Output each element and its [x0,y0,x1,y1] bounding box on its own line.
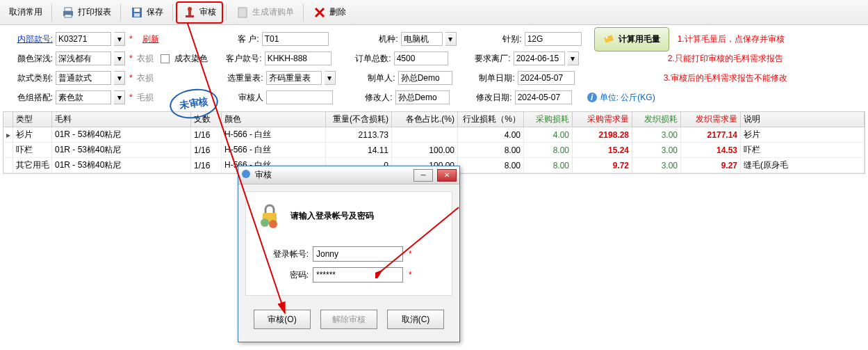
svg-rect-1 [65,8,72,11]
svg-rect-6 [186,15,194,17]
reviewer-label: 审核人 [224,92,263,104]
dropdown-icon[interactable]: ▾ [568,51,579,65]
form-panel: 内部款号: K03271▾ * 刷新 客 户: T01 机种: 电脑机▾ 针别:… [0,25,868,109]
audit-button[interactable]: 审核 [176,1,223,24]
machine-label: 机种: [359,33,398,45]
cancel-common-button[interactable]: 取消常用 [3,3,49,22]
style-label: 款式类别: [14,72,53,84]
makedate-label: 制单日期: [476,72,515,84]
notes: 2.只能打印审核的毛料需求报告 [668,53,783,64]
dialog-cancel-button[interactable]: 取消(C) [387,310,444,329]
calculate-button[interactable]: 计算用毛量 [594,27,669,51]
svg-point-8 [188,7,192,11]
style-field[interactable]: 普通款式 [56,71,111,85]
internal-number-label[interactable]: 内部款号: [14,33,53,45]
lock-users-icon [256,202,284,230]
password-label: 密码: [253,269,309,281]
app-icon [241,169,251,181]
group-label: 色组搭配: [14,92,53,104]
ordertotal-label: 订单总数: [352,53,391,65]
dropdown-icon[interactable]: ▾ [114,71,125,85]
close-button[interactable]: ✕ [437,169,457,182]
svg-point-12 [242,170,250,178]
tag-icon [603,32,616,47]
document-icon [236,6,249,19]
audit-dialog: 审核 ─ ✕ 请输入登录帐号及密码 登录帐号: * 密码: * [238,166,460,342]
svg-point-11 [605,36,607,38]
chengyi-checkbox[interactable] [161,54,170,63]
table-row[interactable]: 吓栏01R - 53棉40粘尼1/16H-566 - 白丝14.11100.00… [3,143,865,158]
needle-field[interactable]: 12G [525,32,582,46]
toolbar: 取消常用 打印报表 保存 审核 生成请购单 删除 [0,0,868,25]
svg-point-14 [261,218,269,227]
depth-label: 颜色深浅: [14,53,53,65]
minimize-button[interactable]: ─ [413,169,433,182]
svg-rect-2 [65,15,72,17]
moddate-label: 修改日期: [473,92,512,104]
account-label: 登录帐号: [253,248,309,260]
dialog-title: 审核 [255,169,272,181]
leave-field[interactable]: 2024-06-15 [514,51,565,65]
dropdown-icon[interactable]: ▾ [445,32,457,46]
ordertotal-field[interactable]: 4500 [394,51,448,65]
refresh-link[interactable]: 刷新 [142,33,159,45]
printer-icon [61,6,75,19]
maoloss-text: 毛损 [137,92,154,104]
modifier-label: 修改人: [354,92,393,104]
notes: 1.计算毛量后，点保存并审核 [678,33,785,45]
maker-field: 孙总Demo [398,71,452,85]
depth-field[interactable]: 深浅都有 [56,51,111,65]
weightsel-label: 选重量表: [224,72,263,84]
modifier-field: 孙总Demo [395,90,450,104]
reviewer-field [266,90,333,104]
internal-number-field[interactable]: K03271 [56,32,111,46]
table-row[interactable]: ▸衫片01R - 53棉40粘尼1/16H-566 - 白丝2113.734.0… [3,127,865,143]
password-input[interactable] [313,267,403,283]
custno-field[interactable]: KHKH-888 [265,51,331,65]
svg-rect-9 [238,8,247,17]
dropdown-icon[interactable]: ▾ [114,32,125,46]
leave-label: 要求离厂: [472,53,511,65]
maker-label: 制单人: [357,72,395,84]
save-button[interactable]: 保存 [124,2,170,23]
svg-rect-4 [134,8,140,12]
machine-field[interactable]: 电脑机 [401,32,443,46]
unit-note: i 单位: 公斤(KG) [587,92,655,104]
yiloss-text: 衣损 [137,53,154,65]
dialog-audit-button[interactable]: 审核(O) [254,310,311,329]
dialog-titlebar[interactable]: 审核 ─ ✕ [238,166,459,184]
moddate-field: 2024-05-07 [515,90,572,104]
delete-button[interactable]: 删除 [306,2,352,23]
account-input[interactable] [313,246,403,262]
dropdown-icon[interactable]: ▾ [114,90,125,104]
custno-label: 客户款号: [223,53,262,65]
needle-label: 针别: [483,33,522,45]
generate-button[interactable]: 生成请购单 [229,2,300,23]
weightsel-field[interactable]: 齐码重量表 [266,71,322,85]
dialog-prompt: 请输入登录帐号及密码 [290,210,374,222]
dialog-unaudit-button[interactable]: 解除审核 [320,310,377,329]
svg-point-15 [269,220,277,228]
notes: 3.审核后的毛料需求报告不能修改 [664,72,787,83]
print-button[interactable]: 打印报表 [55,2,117,23]
svg-rect-10 [604,35,614,43]
save-icon [130,6,144,19]
makedate-field: 2024-05-07 [518,71,575,85]
stamp-icon [183,6,197,19]
delete-x-icon [313,6,327,19]
dropdown-icon[interactable]: ▾ [325,71,336,85]
data-grid: 类型 毛料 支数 颜色 重量(不含损耗) 各色占比.(%) 行业损耗（%） 采购… [3,111,865,174]
dropdown-icon[interactable]: ▾ [114,51,125,65]
group-field[interactable]: 素色款 [56,90,111,104]
customer-label: 客 户: [220,33,259,45]
grid-header: 类型 毛料 支数 颜色 重量(不含损耗) 各色占比.(%) 行业损耗（%） 采购… [3,112,865,127]
svg-rect-5 [134,13,140,17]
customer-field[interactable]: T01 [262,32,329,46]
yiloss-text: 衣损 [137,72,154,84]
info-icon: i [587,93,597,102]
